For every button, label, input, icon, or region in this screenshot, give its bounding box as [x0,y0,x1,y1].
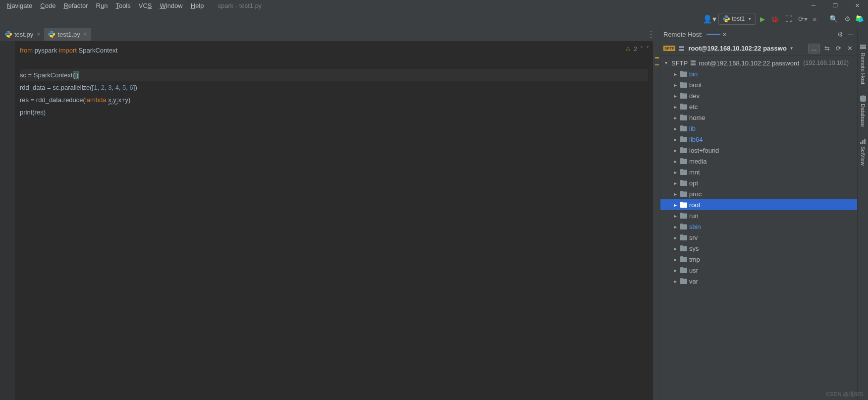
tree-item-var[interactable]: ▸var [660,276,857,286]
search-everywhere-button[interactable]: 🔍 [827,13,839,25]
remote-host-tab-close-icon[interactable]: × [722,31,726,38]
folder-icon [680,82,687,88]
remote-refresh-icon[interactable]: ⟳ [834,45,843,52]
tab-test1-py[interactable]: test1.py × [44,28,91,41]
chevron-right-icon[interactable]: ▸ [672,159,678,164]
menu-refactor[interactable]: Refactor [59,1,92,10]
chevron-right-icon[interactable]: ▸ [672,224,678,229]
chevron-down-icon[interactable]: ▸ [664,60,669,66]
tree-item-label: mnt [689,169,700,176]
side-remote-host[interactable]: Remote Host [860,42,867,86]
tree-item-sbin[interactable]: ▸sbin [660,221,857,232]
window-minimize[interactable]: ─ [803,0,824,11]
folder-icon [680,267,687,273]
chevron-right-icon[interactable]: ▸ [672,126,678,131]
menu-code[interactable]: Code [36,1,59,10]
menu-run[interactable]: Run [92,1,112,10]
menu-window[interactable]: Window [156,1,187,10]
remote-host-title: Remote Host: [663,31,703,38]
editor-scrollbar[interactable] [653,41,660,400]
chevron-right-icon[interactable]: ▸ [672,268,678,273]
tree-item-lib64[interactable]: ▸lib64 [660,134,857,145]
tree-item-boot[interactable]: ▸boot [660,79,857,90]
folder-icon [680,245,687,251]
folder-icon [680,158,687,164]
tab-label: test.py [14,31,33,38]
chevron-right-icon[interactable]: ▸ [672,180,678,186]
chevron-down-icon[interactable]: ˅ [646,43,649,56]
remote-host-toolbar: SFTP root@192.168.10.102:22 passwo ▼ … ⇆… [660,41,857,56]
chevron-right-icon[interactable]: ▸ [672,82,678,88]
user-icon[interactable]: 👤▾ [703,13,716,24]
tree-item-lost+found[interactable]: ▸lost+found [660,145,857,156]
chevron-right-icon[interactable]: ▸ [672,257,678,262]
remote-diff-icon[interactable]: ⇆ [823,45,831,52]
tree-item-opt[interactable]: ▸opt [660,177,857,188]
tree-item-sys[interactable]: ▸sys [660,243,857,254]
remote-host-selector[interactable]: root@192.168.10.102:22 passwo [688,45,786,52]
coverage-button[interactable]: ⛶ [783,13,795,25]
folder-icon [680,213,687,219]
chevron-right-icon[interactable]: ▸ [672,213,678,219]
chevron-right-icon[interactable]: ▸ [672,137,678,142]
remote-tree[interactable]: ▸ SFTP root@192.168.10.102:22 password (… [660,56,857,400]
chevron-right-icon[interactable]: ▸ [672,71,678,77]
tree-item-bin[interactable]: ▸bin [660,68,857,79]
remote-more-button[interactable]: … [808,44,820,54]
code-editor[interactable]: ⚠ 2 ˄ ˅ from pyspark import SparkContext… [0,41,660,400]
chevron-right-icon[interactable]: ▸ [672,246,678,251]
chevron-right-icon[interactable]: ▸ [672,235,678,240]
window-maximize[interactable]: ❐ [824,0,846,11]
tree-item-home[interactable]: ▸home [660,112,857,123]
tree-item-mnt[interactable]: ▸mnt [660,167,857,177]
run-button[interactable]: ▶ [758,15,767,23]
editor-inspections-widget[interactable]: ⚠ 2 ˄ ˅ [625,43,649,56]
chevron-up-icon[interactable]: ˄ [640,43,643,56]
tree-item-srv[interactable]: ▸srv [660,232,857,243]
chevron-right-icon[interactable]: ▸ [672,148,678,153]
run-configuration-selector[interactable]: test1 ▼ [718,13,756,25]
code-area[interactable]: ⚠ 2 ˄ ˅ from pyspark import SparkContext… [15,41,653,400]
tree-item-root[interactable]: ▸root [660,199,857,210]
tree-item-label: proc [689,190,702,198]
tree-item-etc[interactable]: ▸etc [660,101,857,112]
tab-test-py[interactable]: test.py × [1,28,44,41]
side-sciview[interactable]: SciView [860,136,867,168]
tree-item-proc[interactable]: ▸proc [660,188,857,199]
menu-vcs[interactable]: VCS [135,1,156,10]
chevron-right-icon[interactable]: ▸ [672,279,678,284]
menu-tools[interactable]: Tools [111,1,134,10]
tree-item-media[interactable]: ▸media [660,156,857,167]
tree-item-lib[interactable]: ▸lib [660,123,857,134]
right-tool-stripe: Remote Host Database SciView [857,41,868,400]
tree-item-tmp[interactable]: ▸tmp [660,254,857,265]
tree-item-usr[interactable]: ▸usr [660,265,857,276]
chevron-right-icon[interactable]: ▸ [672,191,678,197]
jetbrains-toolbox-icon[interactable] [855,14,864,23]
editor-gutter[interactable] [0,41,15,400]
chevron-right-icon[interactable]: ▸ [672,202,678,208]
window-close[interactable]: ✕ [846,0,868,11]
tabs-menu-icon[interactable]: ⋮ [642,30,660,39]
remote-minimize-icon[interactable]: ─ [847,31,854,38]
side-database[interactable]: Database [860,93,867,129]
close-icon[interactable]: × [83,31,88,38]
close-icon[interactable]: × [36,31,41,38]
chevron-right-icon[interactable]: ▸ [672,115,678,120]
remote-close-icon[interactable]: ✕ [846,45,854,52]
tree-item-dev[interactable]: ▸dev [660,90,857,101]
remote-settings-icon[interactable]: ⚙ [836,31,845,38]
tree-item-label: opt [689,179,698,187]
chevron-right-icon[interactable]: ▸ [672,93,678,99]
profile-button[interactable]: ⟳▾ [797,13,809,25]
chevron-right-icon[interactable]: ▸ [672,170,678,175]
stop-button[interactable]: ■ [811,15,818,23]
chevron-right-icon[interactable]: ▸ [672,104,678,110]
debug-button[interactable]: 🐞 [769,15,781,23]
dropdown-arrow-icon: ▼ [790,46,794,51]
menu-help[interactable]: Help [187,1,208,10]
menu-navigate[interactable]: Navigate [3,1,36,10]
tree-root[interactable]: ▸ SFTP root@192.168.10.102:22 password (… [660,57,857,68]
settings-button[interactable]: ⚙ [841,13,853,25]
tree-item-run[interactable]: ▸run [660,210,857,221]
